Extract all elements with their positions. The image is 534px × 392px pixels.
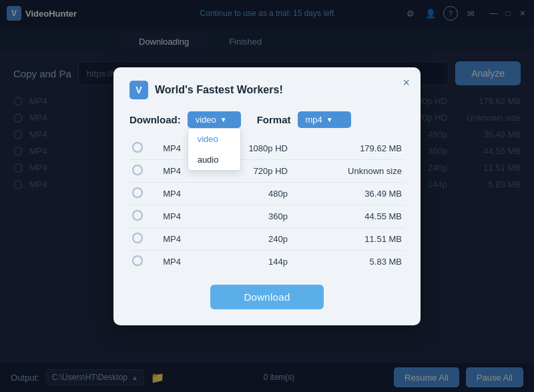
resolution-cell: 144p [205, 250, 290, 273]
format-button[interactable]: mp4 ▼ [298, 111, 351, 128]
format-cell: MP4 [160, 205, 205, 227]
format-cell: MP4 [160, 227, 205, 250]
format-label: Format [257, 114, 291, 125]
radio-button[interactable] [132, 210, 143, 221]
resolution-cell: 480p [205, 182, 290, 205]
size-cell: 179.62 MB [290, 137, 405, 160]
modal-overlay[interactable]: V World's Fastest Workers! × Download: v… [0, 0, 534, 392]
modal-title: World's Fastest Workers! [155, 84, 283, 96]
size-cell: 5.83 MB [290, 250, 405, 273]
table-row[interactable]: MP4 480p 36.49 MB [129, 182, 405, 205]
radio-button[interactable] [132, 255, 143, 266]
download-button[interactable]: Download [210, 285, 323, 309]
size-cell: Unknown size [290, 159, 405, 182]
download-type-dropdown[interactable]: video ▼ video audio [188, 111, 241, 128]
chevron-down-icon: ▼ [326, 116, 333, 123]
size-cell: 44.55 MB [290, 205, 405, 227]
table-row[interactable]: MP4 360p 44.55 MB [129, 205, 405, 227]
table-row[interactable]: MP4 144p 5.83 MB [129, 250, 405, 273]
format-group: Format mp4 ▼ [257, 111, 351, 128]
radio-button[interactable] [132, 165, 143, 175]
format-cell: MP4 [160, 182, 205, 205]
download-type-value: video [196, 115, 216, 125]
download-type-menu: video audio [188, 128, 241, 171]
table-row[interactable]: MP4 720p HD Unknown size [129, 159, 405, 182]
chevron-down-icon: ▼ [220, 116, 227, 123]
modal-close-button[interactable]: × [403, 77, 410, 89]
modal-header: V World's Fastest Workers! [129, 81, 405, 99]
size-cell: 36.49 MB [290, 182, 405, 205]
modal-footer: Download [129, 285, 405, 309]
download-type-label: Download: [129, 114, 181, 125]
download-type-button[interactable]: video ▼ [188, 111, 241, 128]
download-modal: V World's Fastest Workers! × Download: v… [113, 67, 421, 325]
download-option-audio[interactable]: audio [188, 149, 240, 170]
table-row[interactable]: MP4 240p 11.51 MB [129, 227, 405, 250]
resolution-cell: 360p [205, 205, 290, 227]
format-cell: MP4 [160, 250, 205, 273]
resolution-cell: 240p [205, 227, 290, 250]
size-cell: 11.51 MB [290, 227, 405, 250]
quality-table: MP4 1080p HD 179.62 MB MP4 720p HD Unkno… [129, 137, 405, 273]
download-type-group: Download: video ▼ video audio [129, 111, 241, 128]
modal-controls: Download: video ▼ video audio Format [129, 111, 405, 128]
table-row[interactable]: MP4 1080p HD 179.62 MB [129, 137, 405, 160]
format-dropdown[interactable]: mp4 ▼ [298, 111, 351, 128]
download-option-video[interactable]: video [188, 129, 240, 149]
radio-button[interactable] [132, 142, 143, 153]
radio-button[interactable] [132, 233, 143, 243]
format-value: mp4 [306, 115, 322, 125]
radio-button[interactable] [132, 187, 143, 198]
modal-logo-icon: V [129, 81, 148, 99]
